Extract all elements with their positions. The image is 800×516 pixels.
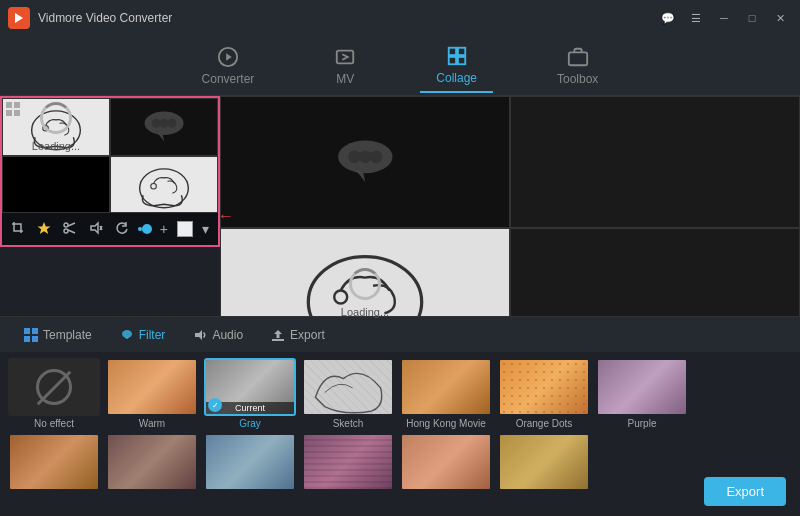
filter-gray[interactable]: Current ✓ Gray bbox=[204, 358, 296, 429]
filter-r2-5[interactable] bbox=[400, 433, 492, 493]
filter-warm[interactable]: Warm bbox=[106, 358, 198, 429]
nav-toolbox[interactable]: Toolbox bbox=[541, 40, 614, 92]
svg-marker-0 bbox=[15, 13, 23, 23]
filter-thumbnail-hkm bbox=[400, 358, 492, 416]
svg-line-26 bbox=[68, 230, 75, 233]
left-preview-wrapper: Loading... bbox=[0, 96, 220, 316]
timeline-thumb[interactable] bbox=[142, 224, 152, 234]
color-swatch[interactable] bbox=[177, 221, 193, 237]
close-button[interactable]: ✕ bbox=[768, 9, 792, 27]
nav-collage[interactable]: Collage bbox=[420, 39, 493, 93]
export-button[interactable]: Export bbox=[704, 477, 786, 506]
chat-button[interactable]: 💬 bbox=[656, 9, 680, 27]
add-segment-btn[interactable]: + bbox=[157, 219, 171, 239]
tab-bar: Template Filter Audio bbox=[0, 316, 800, 352]
left-preview-toolbar: + ▾ bbox=[2, 213, 218, 245]
tab-audio[interactable]: Audio bbox=[181, 323, 255, 347]
tab-filter[interactable]: Filter bbox=[108, 323, 178, 347]
grid-icon bbox=[6, 102, 20, 119]
menu-button[interactable]: ☰ bbox=[684, 9, 708, 27]
svg-point-31 bbox=[348, 151, 361, 164]
filter-purple[interactable]: Purple bbox=[596, 358, 688, 429]
svg-rect-18 bbox=[6, 102, 12, 108]
nav-mv-label: MV bbox=[336, 72, 354, 86]
svg-rect-19 bbox=[14, 102, 20, 108]
no-effect-thumbnail bbox=[8, 358, 100, 416]
loading-text-left: Loading... bbox=[32, 140, 80, 152]
loading-text-right: Loading... bbox=[341, 306, 389, 318]
svg-point-32 bbox=[359, 151, 372, 164]
filter-thumbnail-r2-1 bbox=[8, 433, 100, 491]
svg-point-12 bbox=[152, 119, 161, 128]
filter-no-effect[interactable]: No effect bbox=[8, 358, 100, 429]
filter-r2-3[interactable] bbox=[204, 433, 296, 493]
filter-thumbnail-purple bbox=[596, 358, 688, 416]
tab-audio-label: Audio bbox=[212, 328, 243, 342]
svg-point-33 bbox=[370, 151, 383, 164]
rotate-tool-btn[interactable] bbox=[112, 219, 132, 240]
filter-r2-2[interactable] bbox=[106, 433, 198, 493]
mute-tool-btn[interactable] bbox=[86, 219, 106, 240]
minimize-button[interactable]: ─ bbox=[712, 9, 736, 27]
filter-sketch[interactable]: Sketch bbox=[302, 358, 394, 429]
top-navigation: Converter MV Collage Toolbox bbox=[0, 36, 800, 96]
nav-converter-label: Converter bbox=[202, 72, 255, 86]
filter-r2-4[interactable] bbox=[302, 433, 394, 493]
filter-label-sketch: Sketch bbox=[333, 418, 364, 429]
svg-rect-39 bbox=[24, 336, 30, 342]
tab-filter-label: Filter bbox=[139, 328, 166, 342]
filter-orange[interactable]: Orange Dots bbox=[498, 358, 590, 429]
svg-marker-22 bbox=[38, 222, 51, 234]
tab-template[interactable]: Template bbox=[12, 323, 104, 347]
app-logo bbox=[8, 7, 30, 29]
filter-r2-6[interactable] bbox=[498, 433, 590, 493]
svg-point-17 bbox=[151, 183, 157, 189]
left-preview-grid: Loading... bbox=[2, 98, 218, 213]
tab-export[interactable]: Export bbox=[259, 323, 337, 347]
svg-point-14 bbox=[167, 119, 176, 128]
crop-tool-btn[interactable] bbox=[8, 219, 28, 240]
no-effect-icon bbox=[36, 369, 72, 405]
filter-label-purple: Purple bbox=[628, 418, 657, 429]
filter-thumbnail-r2-3 bbox=[204, 433, 296, 491]
filter-hkm[interactable]: Hong Kong Movie bbox=[400, 358, 492, 429]
workspace: Loading... bbox=[0, 96, 800, 516]
svg-point-24 bbox=[64, 229, 68, 233]
svg-rect-38 bbox=[32, 328, 38, 334]
svg-rect-20 bbox=[6, 110, 12, 116]
nav-collage-label: Collage bbox=[436, 71, 477, 85]
svg-rect-3 bbox=[337, 50, 354, 63]
filter-thumbnail-gray: Current ✓ bbox=[204, 358, 296, 416]
timeline-scrubber[interactable] bbox=[138, 227, 151, 231]
svg-marker-42 bbox=[195, 330, 202, 340]
svg-point-41 bbox=[122, 330, 132, 338]
svg-marker-27 bbox=[91, 223, 98, 233]
dropdown-arrow-btn[interactable]: ▾ bbox=[199, 219, 212, 239]
filter-label-hkm: Hong Kong Movie bbox=[406, 418, 486, 429]
svg-line-25 bbox=[68, 223, 75, 226]
filter-grid: No effect Warm Current ✓ Gray bbox=[0, 352, 800, 516]
filter-label-warm: Warm bbox=[139, 418, 165, 429]
filter-thumbnail-r2-6 bbox=[498, 433, 590, 491]
filter-row-2 bbox=[8, 433, 792, 493]
svg-rect-40 bbox=[32, 336, 38, 342]
svg-rect-7 bbox=[458, 56, 465, 63]
arrow-indicator: ← bbox=[218, 207, 234, 225]
tab-template-label: Template bbox=[43, 328, 92, 342]
svg-rect-6 bbox=[448, 56, 455, 63]
tab-export-label: Export bbox=[290, 328, 325, 342]
nav-converter[interactable]: Converter bbox=[186, 40, 271, 92]
right-cell-tr bbox=[510, 96, 800, 228]
filter-thumbnail-orange bbox=[498, 358, 590, 416]
bottom-section: Template Filter Audio bbox=[0, 316, 800, 516]
scissors-tool-btn[interactable] bbox=[60, 219, 80, 240]
nav-toolbox-label: Toolbox bbox=[557, 72, 598, 86]
star-tool-btn[interactable] bbox=[34, 219, 54, 240]
preview-cell-tr bbox=[110, 98, 218, 156]
filter-r2-1[interactable] bbox=[8, 433, 100, 493]
filter-label-no-effect: No effect bbox=[34, 418, 74, 429]
nav-mv[interactable]: MV bbox=[318, 40, 372, 92]
maximize-button[interactable]: □ bbox=[740, 9, 764, 27]
svg-rect-43 bbox=[272, 339, 284, 341]
preview-cell-bl bbox=[2, 156, 110, 214]
